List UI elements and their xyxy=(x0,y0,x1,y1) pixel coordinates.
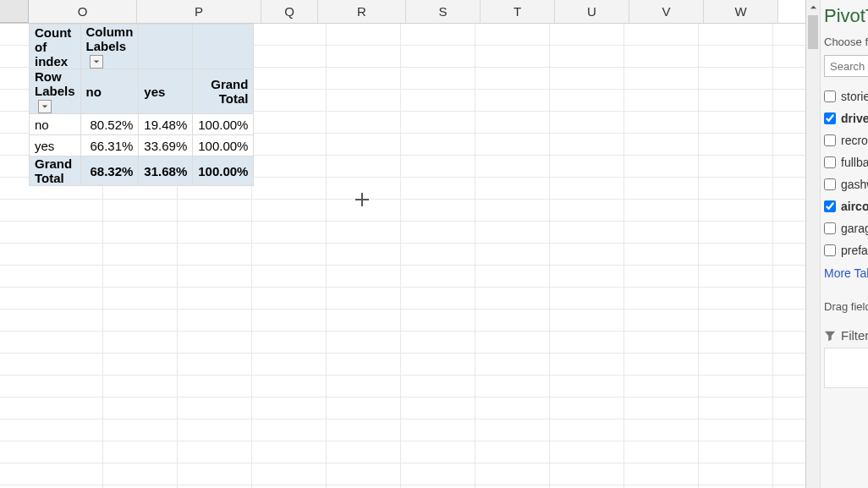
column-header[interactable]: V xyxy=(629,0,704,23)
field-item-fullbase[interactable]: fullbase xyxy=(824,153,868,172)
column-header[interactable]: U xyxy=(555,0,629,23)
field-item-stories[interactable]: stories xyxy=(824,87,868,106)
pivot-table[interactable]: Count of index Column Labels Row Label xyxy=(29,24,254,186)
pivot-cell[interactable]: 68.32% xyxy=(80,156,139,186)
row-labels-dropdown[interactable] xyxy=(38,100,52,113)
chevron-up-icon xyxy=(810,3,817,11)
vertical-scrollbar[interactable] xyxy=(805,0,820,488)
field-item-prefarea[interactable]: prefarea xyxy=(824,241,868,260)
field-label: recroom xyxy=(841,134,868,147)
field-label: fullbase xyxy=(841,156,868,169)
field-item-recroom[interactable]: recroom xyxy=(824,131,868,150)
column-header[interactable]: R xyxy=(318,0,406,23)
pivot-cell[interactable]: 66.31% xyxy=(80,135,139,156)
field-checkbox[interactable] xyxy=(824,244,836,256)
pivot-row-labels-text: Row Labels xyxy=(35,69,75,98)
field-checkbox[interactable] xyxy=(824,156,836,168)
pivot-corner[interactable]: Count of index xyxy=(30,25,81,69)
filter-icon xyxy=(824,330,836,342)
drag-instructions: Drag fields between areas below: xyxy=(824,300,868,313)
column-header-row: OPQRSTUVW xyxy=(0,0,805,24)
field-label: airco xyxy=(841,200,868,213)
pivot-column-labels-text: Column Labels xyxy=(86,25,134,53)
column-header[interactable]: O xyxy=(29,0,137,23)
field-checkbox[interactable] xyxy=(824,222,836,234)
pivot-grand-total-label[interactable]: Grand Total xyxy=(30,156,81,186)
pivot-row-labels-header[interactable]: Row Labels xyxy=(30,69,81,114)
field-checkbox[interactable] xyxy=(824,112,836,124)
field-checkbox[interactable] xyxy=(824,134,836,146)
field-label: garagepl xyxy=(841,222,868,235)
panel-subtitle: Choose fields to add to report: xyxy=(824,36,868,48)
field-item-garagepl[interactable]: garagepl xyxy=(824,219,868,238)
pivot-column-labels-header[interactable]: Column Labels xyxy=(80,25,139,69)
chevron-down-icon xyxy=(93,58,100,65)
field-item-driveway[interactable]: driveway xyxy=(824,109,868,128)
field-checkbox[interactable] xyxy=(824,90,836,102)
filters-area-header: Filters xyxy=(824,328,868,343)
field-label: prefarea xyxy=(841,244,868,257)
column-labels-dropdown[interactable] xyxy=(90,55,103,69)
pivot-cell[interactable]: 100.00% xyxy=(193,156,254,186)
pivot-fields-panel[interactable]: PivotTable Fields Choose fields to add t… xyxy=(820,0,868,488)
scroll-up-button[interactable] xyxy=(806,0,821,14)
filters-dropzone[interactable] xyxy=(824,348,868,388)
field-checkbox[interactable] xyxy=(824,178,836,190)
pivot-col-header[interactable]: Grand Total xyxy=(193,69,254,114)
pivot-cell[interactable]: 19.48% xyxy=(139,114,193,135)
field-list[interactable]: storiesdrivewayrecroomfullbasegashwairco… xyxy=(824,87,868,260)
column-header[interactable]: W xyxy=(704,0,778,23)
field-label: driveway xyxy=(841,112,868,125)
pivot-col-header[interactable]: yes xyxy=(139,69,193,114)
pivot-header-spacer xyxy=(193,25,254,69)
pivot-cell[interactable]: 33.69% xyxy=(139,135,193,156)
pivot-cell[interactable]: 100.00% xyxy=(193,135,254,156)
worksheet[interactable]: OPQRSTUVW Count of index Column Labels xyxy=(0,0,805,488)
field-label: gashw xyxy=(841,178,868,191)
chevron-down-icon xyxy=(41,103,48,110)
search-input[interactable] xyxy=(824,55,868,77)
pivot-row-label[interactable]: no xyxy=(30,114,81,135)
column-header[interactable]: Q xyxy=(261,0,318,23)
field-label: stories xyxy=(841,90,868,103)
table-row[interactable]: Grand Total 68.32% 31.68% 100.00% xyxy=(30,156,254,186)
pivot-header-spacer xyxy=(139,25,193,69)
pivot-cell[interactable]: 100.00% xyxy=(193,114,254,135)
scroll-thumb[interactable] xyxy=(808,15,818,49)
pivot-cell[interactable]: 31.68% xyxy=(139,156,193,186)
select-all-corner[interactable] xyxy=(0,0,29,23)
column-header[interactable]: S xyxy=(406,0,481,23)
panel-title: PivotTable Fields xyxy=(824,5,868,27)
cell-cursor-icon xyxy=(355,193,369,206)
column-header[interactable]: T xyxy=(481,0,555,23)
field-item-airco[interactable]: airco xyxy=(824,197,868,216)
pivot-cell[interactable]: 80.52% xyxy=(80,114,139,135)
grid[interactable]: Count of index Column Labels Row Label xyxy=(0,24,805,488)
field-checkbox[interactable] xyxy=(824,200,836,212)
pivot-col-header[interactable]: no xyxy=(80,69,139,114)
more-tables-link[interactable]: More Tables... xyxy=(824,266,868,280)
table-row[interactable]: no 80.52% 19.48% 100.00% xyxy=(30,114,254,135)
pivot-row-label[interactable]: yes xyxy=(30,135,81,156)
table-row[interactable]: yes 66.31% 33.69% 100.00% xyxy=(30,135,254,156)
column-header[interactable]: P xyxy=(137,0,261,23)
field-item-gashw[interactable]: gashw xyxy=(824,175,868,194)
filters-label: Filters xyxy=(841,328,868,343)
